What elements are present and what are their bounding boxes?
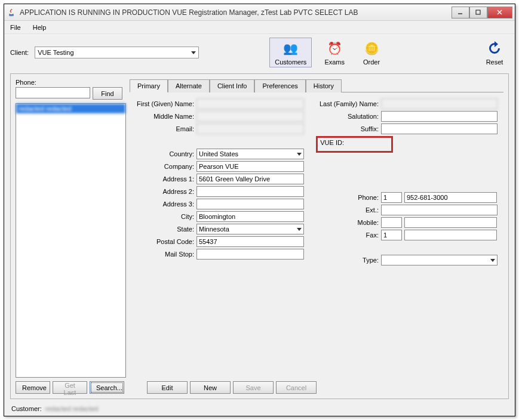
- cancel-button[interactable]: Cancel: [276, 381, 317, 394]
- get-last-button[interactable]: Get Last: [53, 381, 87, 394]
- type-label: Type:: [316, 257, 379, 264]
- exams-label: Exams: [324, 58, 345, 66]
- tabs: Primary Alternate Client Info Preference…: [130, 79, 503, 92]
- reset-button[interactable]: Reset: [480, 38, 509, 67]
- address3-label: Address 3:: [134, 200, 194, 208]
- state-select[interactable]: Minnesota: [196, 224, 304, 234]
- tab-alternate[interactable]: Alternate: [168, 79, 210, 92]
- left-panel: Phone: Find redacted redacted: [16, 79, 126, 378]
- phone-search-label: Phone:: [16, 79, 126, 86]
- minimize-button[interactable]: [452, 7, 469, 18]
- order-label: Order: [363, 58, 380, 66]
- search-button[interactable]: Search...: [90, 381, 124, 394]
- last-name-label: Last (Family) Name:: [316, 100, 379, 107]
- svg-rect-2: [476, 10, 480, 14]
- phone-label: Phone:: [316, 194, 379, 201]
- address2-label: Address 2:: [134, 188, 194, 195]
- address1-field[interactable]: [196, 174, 304, 184]
- customer-status-value: redacted redacted: [45, 405, 99, 412]
- postal-field[interactable]: [196, 236, 304, 247]
- address2-field[interactable]: [196, 186, 304, 197]
- middle-name-label: Middle Name:: [134, 113, 194, 120]
- remove-button[interactable]: Remove: [16, 381, 50, 394]
- first-name-field[interactable]: [196, 98, 304, 109]
- search-results-list[interactable]: redacted redacted: [16, 103, 126, 378]
- last-name-field[interactable]: [381, 98, 497, 109]
- middle-name-field[interactable]: [196, 111, 304, 122]
- form-left-column: First (Given) Name: Middle Name: Email: …: [134, 98, 304, 372]
- customers-icon: 👥: [282, 39, 300, 57]
- customers-label: Customers: [275, 58, 306, 66]
- phone-field[interactable]: [404, 192, 497, 203]
- window-title: APPLICATION IS RUNNING IN PRODUCTION VUE…: [20, 8, 452, 17]
- email-label: Email:: [134, 125, 194, 132]
- menu-help[interactable]: Help: [30, 23, 49, 32]
- company-label: Company:: [134, 163, 194, 170]
- chevron-down-icon: [490, 259, 495, 262]
- customers-button[interactable]: 👥 Customers: [269, 38, 312, 67]
- chevron-down-icon: [297, 153, 302, 156]
- reset-icon: [486, 39, 503, 57]
- ext-field[interactable]: [381, 205, 497, 215]
- order-button[interactable]: 🪙 Order: [357, 38, 386, 67]
- phone-cc-field[interactable]: [381, 192, 402, 203]
- menubar: File Help: [4, 21, 515, 34]
- client-select[interactable]: VUE Testing: [35, 47, 199, 58]
- window-controls: [452, 7, 512, 18]
- fax-field[interactable]: [404, 230, 497, 240]
- first-name-label: First (Given) Name:: [134, 100, 194, 107]
- mailstop-label: Mail Stop:: [134, 251, 194, 258]
- fax-cc-field[interactable]: [381, 230, 402, 240]
- reset-label: Reset: [486, 58, 503, 66]
- vue-id-field: [344, 139, 389, 150]
- client-label: Client:: [10, 49, 29, 56]
- main-frame: Phone: Find redacted redacted Primary Al…: [10, 73, 509, 399]
- email-field[interactable]: [196, 123, 304, 134]
- suffix-field[interactable]: [381, 123, 497, 134]
- new-button[interactable]: New: [190, 381, 231, 394]
- order-icon: 🪙: [363, 39, 380, 57]
- tab-primary[interactable]: Primary: [130, 79, 168, 92]
- tab-content-primary: First (Given) Name: Middle Name: Email: …: [130, 92, 503, 378]
- suffix-label: Suffix:: [316, 125, 379, 132]
- edit-button[interactable]: Edit: [147, 381, 188, 394]
- vue-id-label: VUE ID:: [320, 139, 344, 150]
- tab-preferences[interactable]: Preferences: [254, 79, 305, 92]
- action-buttons: Remove Get Last Search... Edit New Save …: [16, 378, 503, 394]
- tab-client-info[interactable]: Client Info: [210, 79, 255, 92]
- state-label: State:: [134, 226, 194, 233]
- exams-button[interactable]: ⏰ Exams: [319, 38, 350, 67]
- toolbar-icons: 👥 Customers ⏰ Exams 🪙 Order: [269, 38, 386, 67]
- maximize-button[interactable]: [469, 7, 487, 18]
- close-button[interactable]: [487, 7, 512, 18]
- chevron-down-icon: [191, 51, 196, 54]
- client-value: VUE Testing: [38, 49, 73, 56]
- company-field[interactable]: [196, 161, 304, 172]
- mobile-cc-field[interactable]: [381, 217, 402, 228]
- main-body: Phone: Find redacted redacted Primary Al…: [16, 79, 503, 378]
- phone-search-input[interactable]: [16, 87, 90, 98]
- chevron-down-icon: [297, 228, 302, 231]
- statusbar: Customer: redacted redacted: [4, 403, 515, 416]
- mobile-label: Mobile:: [316, 219, 379, 226]
- vue-id-highlight: VUE ID:: [316, 136, 393, 153]
- type-select[interactable]: [381, 255, 497, 265]
- customer-status-label: Customer:: [11, 405, 42, 412]
- country-select[interactable]: United States: [196, 149, 304, 159]
- address3-field[interactable]: [196, 199, 304, 209]
- mailstop-field[interactable]: [196, 249, 304, 260]
- mobile-field[interactable]: [404, 217, 497, 228]
- find-button[interactable]: Find: [93, 87, 122, 100]
- app-window: APPLICATION IS RUNNING IN PRODUCTION VUE…: [4, 4, 515, 416]
- city-field[interactable]: [196, 211, 304, 222]
- fax-label: Fax:: [316, 231, 379, 239]
- tab-history[interactable]: History: [306, 79, 342, 92]
- menu-file[interactable]: File: [8, 23, 23, 32]
- right-panel: Primary Alternate Client Info Preference…: [130, 79, 503, 378]
- save-button[interactable]: Save: [233, 381, 274, 394]
- country-label: Country:: [134, 150, 194, 158]
- salutation-field[interactable]: [381, 111, 497, 122]
- list-item[interactable]: redacted redacted: [16, 104, 125, 113]
- address1-label: Address 1:: [134, 175, 194, 183]
- exams-icon: ⏰: [325, 39, 343, 57]
